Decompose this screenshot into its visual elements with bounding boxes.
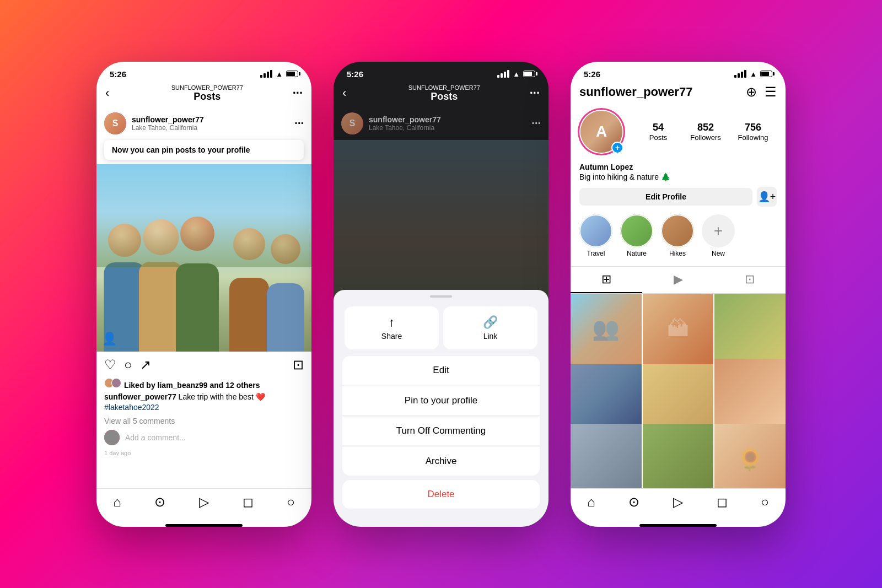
- profile-header-icons: ⊕ ☰: [746, 84, 777, 100]
- story-nature[interactable]: Nature: [620, 214, 653, 257]
- profile-username-big: sunflower_power77: [579, 85, 692, 99]
- post-more-2[interactable]: ···: [531, 117, 541, 130]
- following-count: 756: [729, 122, 777, 133]
- add-content-icon[interactable]: ⊕: [746, 84, 757, 100]
- following-stat[interactable]: 756 Following: [729, 122, 777, 142]
- search-tab-1[interactable]: ⊙: [154, 494, 165, 510]
- avatar-1[interactable]: S: [104, 112, 126, 134]
- posts-stat[interactable]: 54 Posts: [634, 122, 682, 142]
- edit-profile-button[interactable]: Edit Profile: [579, 188, 752, 206]
- link-label: Link: [483, 332, 498, 341]
- wifi-icon-3: ▲: [750, 70, 757, 78]
- grid-photo-1[interactable]: 👥: [571, 294, 642, 365]
- status-bar-2: 5:26 ▲: [334, 62, 548, 82]
- story-new[interactable]: + New: [702, 214, 735, 257]
- post-header-2: S sunflower_power77 Lake Tahoe, Californ…: [334, 107, 548, 140]
- grid-photo-4[interactable]: [571, 359, 642, 430]
- grid-photo-9[interactable]: 🌻: [714, 424, 786, 488]
- post-username-2: sunflower_power77: [369, 115, 526, 124]
- story-hikes[interactable]: Hikes: [661, 214, 694, 257]
- pin-menu-item[interactable]: Pin to your profile: [342, 386, 540, 416]
- pin-tooltip-text: Now you can pin posts to your profile: [112, 145, 250, 154]
- menu-icon[interactable]: ☰: [765, 84, 777, 100]
- add-person-button[interactable]: 👤+: [757, 187, 777, 207]
- home-tab-3[interactable]: ⌂: [587, 494, 595, 510]
- delete-menu-item[interactable]: Delete: [342, 480, 540, 509]
- share-action-btn[interactable]: ↑ Share: [345, 306, 439, 349]
- post-header-1: S sunflower_power77 Lake Tahoe, Californ…: [96, 107, 311, 140]
- search-tab-3[interactable]: ⊙: [628, 494, 639, 510]
- grid-photo-2[interactable]: 🏔: [643, 294, 714, 365]
- turn-off-commenting-label: Turn Off Commenting: [396, 425, 486, 436]
- profile-actions: Edit Profile 👤+: [571, 187, 786, 214]
- shop-tab-1[interactable]: ◻: [243, 494, 254, 510]
- following-label: Following: [729, 133, 777, 142]
- post-time-1: 1 day ago: [96, 449, 311, 461]
- add-comment-1[interactable]: Add a comment...: [96, 427, 311, 449]
- status-bar-1: 5:26 ▲: [96, 62, 311, 82]
- bookmark-button-1[interactable]: ⊡: [293, 357, 304, 373]
- caption-username-1[interactable]: sunflower_power77: [104, 392, 176, 401]
- grid-photo-7[interactable]: [571, 424, 642, 488]
- profile-avatar-wrap: A +: [579, 110, 623, 154]
- post-image-content-1: [96, 164, 311, 352]
- share-button-1[interactable]: ↗: [140, 357, 151, 373]
- stories-row: Travel Nature Hikes + New: [571, 214, 786, 266]
- add-comment-input-1[interactable]: Add a comment...: [125, 433, 186, 442]
- back-button-2[interactable]: ‹: [342, 86, 359, 100]
- tab-grid[interactable]: ⊞: [571, 267, 642, 293]
- reels-tab-3[interactable]: ▷: [673, 494, 683, 510]
- followers-stat[interactable]: 852 Followers: [682, 122, 729, 142]
- followers-count: 852: [682, 122, 729, 133]
- post-more-1[interactable]: ···: [294, 117, 304, 130]
- edit-menu-item[interactable]: Edit: [342, 356, 540, 385]
- reels-tab-1[interactable]: ▷: [199, 494, 209, 510]
- view-comments-1[interactable]: View all 5 comments: [96, 416, 311, 427]
- bottom-nav-3: ⌂ ⊙ ▷ ◻ ○: [571, 488, 786, 521]
- link-action-btn[interactable]: 🔗 Link: [443, 306, 537, 349]
- comment-button-1[interactable]: ○: [124, 357, 132, 373]
- caption-body-1: Lake trip with the best ❤️: [179, 392, 265, 401]
- likes-text-1: Liked by liam_beanz99 and 12 others: [124, 381, 260, 390]
- back-button-1[interactable]: ‹: [105, 86, 122, 100]
- followers-label: Followers: [682, 133, 729, 142]
- pin-tooltip: Now you can pin posts to your profile: [104, 140, 304, 160]
- more-button-2[interactable]: ···: [530, 86, 540, 100]
- more-button-1[interactable]: ···: [293, 86, 303, 100]
- sheet-handle: [430, 295, 452, 298]
- profile-tab-1[interactable]: ○: [287, 494, 295, 510]
- tab-tagged[interactable]: ⊡: [714, 267, 786, 293]
- home-tab-1[interactable]: ⌂: [113, 494, 121, 510]
- archive-menu-item[interactable]: Archive: [342, 447, 540, 476]
- status-bar-3: 5:26 ▲: [571, 62, 786, 82]
- story-travel[interactable]: Travel: [579, 214, 612, 257]
- phone-2: 5:26 ▲ ‹ SUNFLOWER_POWER77 Posts ···: [334, 62, 548, 527]
- profile-tab-3[interactable]: ○: [761, 494, 769, 510]
- caption-hashtag-1[interactable]: #laketahoe2022: [104, 403, 159, 412]
- turn-off-commenting-menu-item[interactable]: Turn Off Commenting: [342, 417, 540, 446]
- post-location-1: Lake Tahoe, California: [132, 124, 289, 132]
- wifi-icon: ▲: [276, 70, 283, 78]
- grid-photo-3[interactable]: [714, 294, 786, 365]
- post-user-info-1: sunflower_power77 Lake Tahoe, California: [132, 115, 289, 132]
- shop-tab-3[interactable]: ◻: [717, 494, 728, 510]
- commenter-avatar: [104, 430, 120, 445]
- status-time-2: 5:26: [347, 69, 363, 79]
- edit-label: Edit: [433, 365, 449, 375]
- nav-username-2: SUNFLOWER_POWER77: [359, 84, 530, 91]
- context-menu-sheet: ↑ Share 🔗 Link Edit Pin to your profile …: [334, 290, 548, 527]
- avatar-2: S: [341, 112, 363, 134]
- like-button-1[interactable]: ♡: [104, 357, 116, 373]
- signal-icon-2: [497, 70, 509, 78]
- nav-title-1: Posts: [122, 91, 293, 103]
- profile-avatar-plus[interactable]: +: [611, 142, 623, 154]
- tab-reels[interactable]: ▶: [642, 267, 714, 293]
- story-label-new: New: [702, 250, 735, 257]
- bottom-nav-1: ⌂ ⊙ ▷ ◻ ○: [96, 488, 311, 521]
- grid-photo-6[interactable]: [714, 359, 786, 430]
- grid-photo-5[interactable]: [643, 359, 714, 430]
- post-caption-1: sunflower_power77 Lake trip with the bes…: [96, 390, 311, 416]
- grid-photo-8[interactable]: [643, 424, 714, 488]
- post-username-1[interactable]: sunflower_power77: [132, 115, 289, 124]
- story-label-nature: Nature: [620, 250, 653, 257]
